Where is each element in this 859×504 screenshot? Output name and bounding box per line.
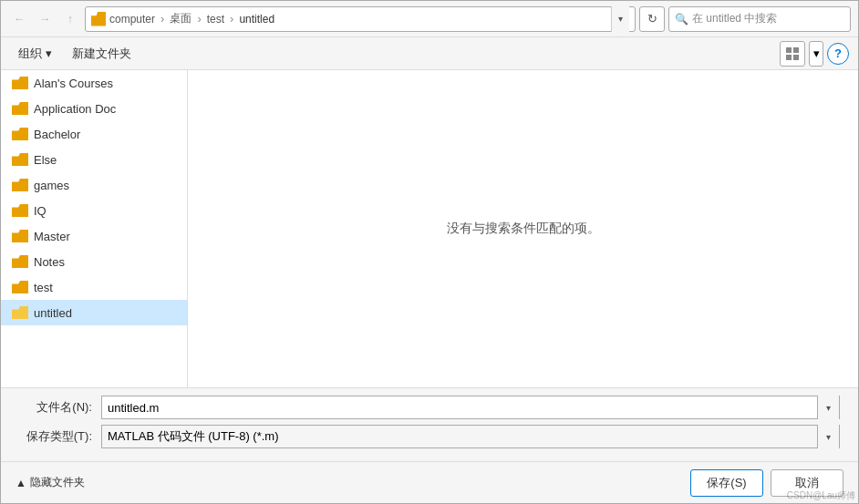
folder-icon-bachelor bbox=[12, 128, 28, 140]
filetype-input[interactable] bbox=[102, 426, 817, 447]
address-dropdown-button[interactable]: ▾ bbox=[611, 6, 629, 32]
file-dialog: ← → ↑ computer › 桌面 › test › untitled ▾ … bbox=[0, 0, 859, 504]
filetype-label: 保存类型(T): bbox=[19, 428, 101, 445]
folder-icon-games bbox=[12, 179, 28, 191]
path-computer: computer bbox=[109, 13, 155, 26]
sidebar-item-test[interactable]: test bbox=[1, 274, 187, 300]
main-area: Alan's Courses Application Doc Bachelor … bbox=[1, 70, 858, 387]
hide-folders-label: 隐藏文件夹 bbox=[30, 475, 85, 490]
search-placeholder: 在 untitled 中搜索 bbox=[692, 11, 777, 26]
filetype-row: 保存类型(T): ▾ bbox=[19, 425, 840, 448]
sidebar-item-label: Application Doc bbox=[34, 102, 116, 116]
hide-folders-button[interactable]: ▲ 隐藏文件夹 bbox=[16, 475, 85, 490]
sidebar-item-untitled[interactable]: untitled bbox=[1, 300, 187, 325]
folder-icon-untitled bbox=[12, 306, 28, 319]
sidebar-item-label: untitled bbox=[34, 306, 72, 320]
content-area: 没有与搜索条件匹配的项。 bbox=[188, 70, 858, 387]
sidebar-item-notes[interactable]: Notes bbox=[1, 249, 187, 274]
sidebar-item-label: Bachelor bbox=[34, 128, 80, 141]
filename-dropdown-button[interactable]: ▾ bbox=[817, 396, 839, 419]
folder-icon-application-doc bbox=[12, 102, 28, 115]
folder-icon-test bbox=[12, 281, 28, 293]
filename-input-wrap: ▾ bbox=[101, 396, 840, 419]
filetype-input-wrap: ▾ bbox=[101, 425, 840, 448]
path-test: test bbox=[207, 13, 224, 26]
toolbar: 组织 ▾ 新建文件夹 ▾ ? bbox=[1, 37, 858, 70]
empty-message: 没有与搜索条件匹配的项。 bbox=[447, 221, 600, 237]
view-icon bbox=[785, 46, 800, 61]
filename-label: 文件名(N): bbox=[19, 399, 101, 416]
search-icon: 🔍 bbox=[675, 13, 688, 26]
folder-icon-iq bbox=[12, 204, 28, 217]
chevron-down-icon: ▲ bbox=[16, 477, 26, 489]
forward-button[interactable]: → bbox=[34, 8, 56, 30]
view-button[interactable] bbox=[780, 41, 805, 67]
path-desktop: 桌面 bbox=[170, 11, 191, 26]
folder-icon-notes bbox=[12, 255, 28, 268]
sidebar-item-label: test bbox=[34, 281, 53, 294]
path-untitled: untitled bbox=[239, 13, 274, 26]
titlebar: ← → ↑ computer › 桌面 › test › untitled ▾ … bbox=[1, 1, 858, 37]
filename-input[interactable] bbox=[102, 396, 817, 418]
organize-label: 组织 bbox=[18, 46, 42, 62]
sidebar-item-label: games bbox=[34, 179, 69, 192]
sidebar-item-label: Alan's Courses bbox=[34, 77, 113, 90]
filename-row: 文件名(N): ▾ bbox=[19, 396, 840, 419]
sidebar-item-label: Notes bbox=[34, 255, 65, 269]
save-label: 保存(S) bbox=[707, 475, 746, 491]
watermark: CSDN@Lau师傅 bbox=[787, 489, 855, 502]
svg-rect-2 bbox=[786, 55, 792, 60]
sidebar-item-label: Else bbox=[34, 153, 57, 167]
sidebar-item-application-doc[interactable]: Application Doc bbox=[1, 96, 187, 121]
cancel-label: 取消 bbox=[795, 475, 819, 491]
svg-rect-0 bbox=[786, 47, 792, 53]
sidebar-item-master[interactable]: Master bbox=[1, 223, 187, 249]
new-folder-label: 新建文件夹 bbox=[72, 46, 131, 62]
refresh-button[interactable]: ↻ bbox=[639, 6, 665, 32]
folder-icon-master bbox=[12, 230, 28, 242]
search-box[interactable]: 🔍 在 untitled 中搜索 bbox=[668, 6, 851, 32]
organize-button[interactable]: 组织 ▾ bbox=[10, 42, 60, 66]
sidebar-item-bachelor[interactable]: Bachelor bbox=[1, 121, 187, 147]
filetype-dropdown-button[interactable]: ▾ bbox=[817, 425, 839, 448]
sidebar-item-iq[interactable]: IQ bbox=[1, 198, 187, 223]
sidebar: Alan's Courses Application Doc Bachelor … bbox=[1, 70, 188, 387]
organize-dropdown-icon: ▾ bbox=[46, 46, 52, 60]
folder-icon-alans-courses bbox=[12, 77, 28, 89]
sidebar-item-label: Master bbox=[34, 230, 70, 243]
sidebar-item-label: IQ bbox=[34, 204, 47, 218]
up-button[interactable]: ↑ bbox=[59, 8, 81, 30]
view-dropdown-button[interactable]: ▾ bbox=[809, 41, 823, 67]
back-button[interactable]: ← bbox=[8, 8, 30, 30]
sidebar-item-alans-courses[interactable]: Alan's Courses bbox=[1, 70, 187, 96]
bottom-form: 文件名(N): ▾ 保存类型(T): ▾ bbox=[1, 387, 858, 461]
footer: ▲ 隐藏文件夹 保存(S) 取消 bbox=[1, 461, 858, 503]
address-bar[interactable]: computer › 桌面 › test › untitled ▾ bbox=[85, 6, 636, 32]
svg-rect-3 bbox=[793, 55, 799, 60]
save-button[interactable]: 保存(S) bbox=[690, 469, 763, 497]
new-folder-button[interactable]: 新建文件夹 bbox=[64, 42, 140, 66]
help-button[interactable]: ? bbox=[827, 43, 849, 65]
svg-rect-1 bbox=[793, 47, 799, 53]
sidebar-item-games[interactable]: games bbox=[1, 172, 187, 198]
folder-icon bbox=[91, 12, 106, 26]
folder-icon-else bbox=[12, 153, 28, 166]
sidebar-item-else[interactable]: Else bbox=[1, 147, 187, 172]
